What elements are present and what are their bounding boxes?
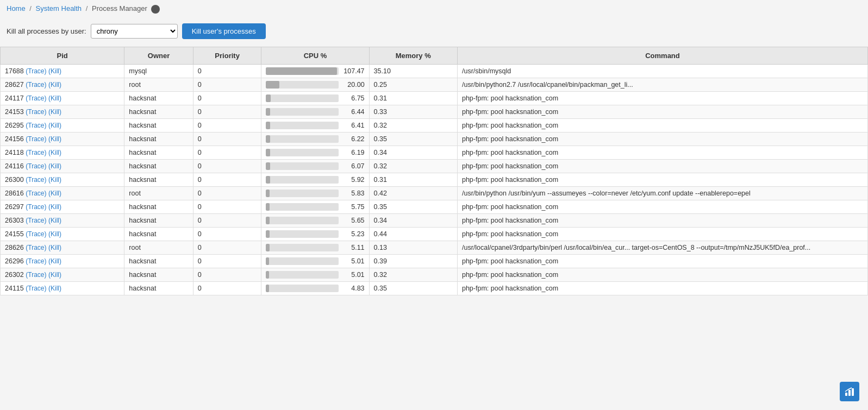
kill-link[interactable]: (Kill) [48, 67, 61, 75]
kill-link[interactable]: (Kill) [48, 122, 61, 129]
kill-link[interactable]: (Kill) [48, 217, 61, 224]
cpu-bar-fill [266, 271, 269, 279]
cmd-cell: php-fpm: pool hacksnation_com [457, 213, 867, 227]
cmd-cell: /usr/bin/python2.7 /usr/local/cpanel/bin… [457, 78, 867, 91]
breadcrumb-current: Process Manager [92, 4, 147, 12]
table-row: 28616 (Trace) (Kill)root0 5.83 0.42/usr/… [1, 186, 868, 200]
pid-number: 24117 [5, 94, 24, 102]
pid-cell: 28627 (Trace) (Kill) [1, 78, 124, 91]
kill-link[interactable]: (Kill) [48, 244, 61, 251]
owner-cell: hacksnat [124, 254, 193, 268]
trace-link[interactable]: (Trace) [26, 162, 46, 170]
pid-cell: 26297 (Trace) (Kill) [1, 200, 124, 213]
kill-link[interactable]: (Kill) [48, 162, 61, 170]
trace-link[interactable]: (Trace) [26, 122, 46, 129]
kill-link[interactable]: (Kill) [48, 257, 61, 265]
trace-link[interactable]: (Trace) [26, 230, 46, 238]
kill-link[interactable]: (Kill) [48, 271, 61, 279]
priority-cell: 0 [193, 132, 261, 146]
trace-link[interactable]: (Trace) [26, 67, 46, 75]
trace-link[interactable]: (Trace) [26, 149, 46, 156]
kill-link[interactable]: (Kill) [48, 176, 61, 184]
cpu-bar-bg [266, 135, 338, 143]
cpu-value: 6.41 [342, 122, 365, 129]
trace-link[interactable]: (Trace) [26, 217, 46, 224]
pid-number: 24153 [5, 108, 24, 116]
pid-number: 24115 [5, 285, 24, 292]
cpu-bar-bg [266, 230, 338, 238]
kill-link[interactable]: (Kill) [48, 135, 61, 143]
cpu-bar-fill [266, 67, 336, 75]
kill-link[interactable]: (Kill) [48, 285, 61, 292]
mem-cell: 0.31 [369, 91, 457, 105]
breadcrumb-home[interactable]: Home [7, 4, 26, 12]
pid-cell: 24155 (Trace) (Kill) [1, 227, 124, 241]
breadcrumb-system-health[interactable]: System Health [36, 4, 82, 12]
trace-link[interactable]: (Trace) [26, 94, 46, 102]
cpu-cell: 6.41 [261, 118, 369, 132]
trace-link[interactable]: (Trace) [26, 203, 46, 211]
table-row: 24118 (Trace) (Kill)hacksnat0 6.19 0.34p… [1, 146, 868, 159]
mem-cell: 0.44 [369, 227, 457, 241]
pid-number: 26300 [5, 176, 24, 184]
priority-cell: 0 [193, 146, 261, 159]
mem-cell: 0.31 [369, 173, 457, 186]
cmd-cell: php-fpm: pool hacksnation_com [457, 268, 867, 281]
trace-link[interactable]: (Trace) [26, 190, 46, 197]
trace-link[interactable]: (Trace) [26, 135, 46, 143]
priority-cell: 0 [193, 241, 261, 254]
priority-cell: 0 [193, 64, 261, 78]
cpu-value: 4.83 [342, 285, 365, 292]
kill-link[interactable]: (Kill) [48, 81, 61, 89]
cpu-cell: 5.23 [261, 227, 369, 241]
kill-link[interactable]: (Kill) [48, 230, 61, 238]
kill-link[interactable]: (Kill) [48, 149, 61, 156]
process-table-wrap: PidOwnerPriorityCPU %Memory %Command 176… [0, 47, 868, 295]
cmd-cell: php-fpm: pool hacksnation_com [457, 105, 867, 118]
help-icon[interactable]: ? [151, 5, 160, 14]
owner-cell: mysql [124, 64, 193, 78]
cpu-cell: 5.01 [261, 254, 369, 268]
trace-link[interactable]: (Trace) [26, 257, 46, 265]
cpu-bar-bg [266, 81, 338, 89]
kill-link[interactable]: (Kill) [48, 108, 61, 116]
priority-cell: 0 [193, 268, 261, 281]
table-row: 26295 (Trace) (Kill)hacksnat0 6.41 0.32p… [1, 118, 868, 132]
pid-cell: 24115 (Trace) (Kill) [1, 281, 124, 295]
kill-link[interactable]: (Kill) [48, 190, 61, 197]
col-header-memory--: Memory % [369, 47, 457, 64]
priority-cell: 0 [193, 159, 261, 173]
trace-link[interactable]: (Trace) [26, 271, 46, 279]
cmd-cell: php-fpm: pool hacksnation_com [457, 281, 867, 295]
owner-cell: root [124, 241, 193, 254]
kill-button[interactable]: Kill user's processes [182, 23, 266, 39]
priority-cell: 0 [193, 173, 261, 186]
pid-number: 24118 [5, 149, 24, 156]
kill-link[interactable]: (Kill) [48, 94, 61, 102]
kill-link[interactable]: (Kill) [48, 203, 61, 211]
owner-cell: hacksnat [124, 146, 193, 159]
owner-cell: hacksnat [124, 105, 193, 118]
cpu-cell: 6.19 [261, 146, 369, 159]
cpu-bar-bg [266, 271, 338, 279]
trace-link[interactable]: (Trace) [26, 285, 46, 292]
pid-number: 28626 [5, 244, 24, 251]
table-row: 24153 (Trace) (Kill)hacksnat0 6.44 0.33p… [1, 105, 868, 118]
cpu-bar-bg [266, 67, 338, 75]
trace-link[interactable]: (Trace) [26, 108, 46, 116]
cpu-cell: 5.83 [261, 186, 369, 200]
cpu-bar-fill [266, 81, 279, 89]
cpu-bar-fill [266, 285, 269, 292]
cpu-cell: 6.07 [261, 159, 369, 173]
cpu-bar-bg [266, 108, 338, 116]
trace-link[interactable]: (Trace) [26, 81, 46, 89]
priority-cell: 0 [193, 105, 261, 118]
cpu-bar-bg [266, 244, 338, 251]
cpu-bar-fill [266, 230, 269, 238]
table-row: 17688 (Trace) (Kill)mysql0 107.47 35.10/… [1, 64, 868, 78]
table-row: 26297 (Trace) (Kill)hacksnat0 5.75 0.35p… [1, 200, 868, 213]
cpu-cell: 6.22 [261, 132, 369, 146]
user-select[interactable]: chronyroothacksnatmysqlnobody [91, 24, 178, 39]
trace-link[interactable]: (Trace) [26, 176, 46, 184]
trace-link[interactable]: (Trace) [26, 244, 46, 251]
